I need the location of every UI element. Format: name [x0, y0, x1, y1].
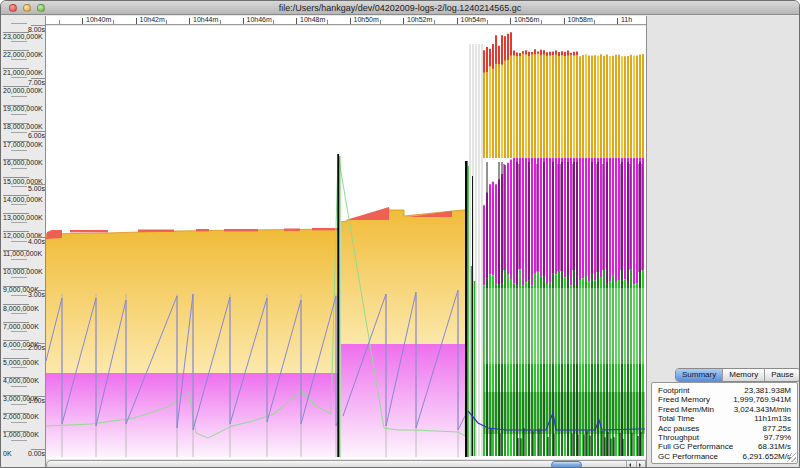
time-minor-tick — [59, 20, 60, 24]
time-axis-label: 10h58m — [568, 16, 593, 23]
stat-label: Freed Memory — [658, 395, 710, 404]
memory-axis-label: 8,000,000K — [3, 305, 39, 312]
memory-pause-axis: 1,000,000K2,000,000K3,000,000K4,000,000K… — [1, 16, 46, 467]
memory-half-tick — [11, 367, 27, 368]
memory-axis-label: 1,000,000K — [3, 431, 39, 438]
time-minor-tick — [434, 20, 435, 24]
pause-axis-label: 5.00s — [15, 185, 45, 192]
stat-value: 3,024.343M/min — [734, 405, 791, 414]
app-window: file:/Users/hankgay/dev/04202009-logs-2/… — [0, 0, 800, 468]
memory-zero-label: 0K — [3, 450, 12, 457]
zoom-button[interactable] — [37, 4, 45, 12]
stat-value: 6,291.652M/s — [743, 452, 791, 461]
memory-half-tick — [11, 204, 27, 205]
time-tick — [296, 18, 297, 24]
time-minor-tick — [113, 20, 114, 24]
stat-value: 68.31M/s — [758, 442, 791, 451]
memory-half-tick — [11, 96, 27, 97]
time-axis-label: 10h50m — [354, 16, 379, 23]
stat-label: Total Time — [658, 414, 694, 423]
stat-value: 877.25s — [763, 424, 791, 433]
time-minor-tick — [487, 20, 488, 24]
memory-half-tick — [11, 114, 27, 115]
memory-axis-label: 21,000,000K — [3, 69, 43, 76]
time-tick — [403, 18, 404, 24]
close-button[interactable] — [9, 4, 17, 12]
memory-half-tick — [11, 150, 27, 151]
memory-axis-label: 5,000,000K — [3, 359, 39, 366]
memory-axis-label: 7,000,000K — [3, 323, 39, 330]
memory-axis-label: 11,000,000K — [3, 250, 42, 257]
memory-half-tick — [11, 59, 27, 60]
memory-half-tick — [11, 404, 27, 405]
memory-half-tick — [11, 331, 27, 332]
memory-axis-label: 4,000,000K — [3, 377, 39, 384]
horizontal-scrollbar[interactable] — [46, 460, 646, 468]
scroll-right-button[interactable] — [636, 461, 645, 468]
stat-row: Acc pauses877.25s — [658, 424, 791, 433]
pause-axis-label: 0.00s — [15, 450, 45, 457]
stat-value: 1,999,769.941M — [733, 395, 791, 404]
minimize-button[interactable] — [23, 4, 31, 12]
main-area: 1,000,000K2,000,000K3,000,000K4,000,000K… — [1, 16, 799, 467]
scrollbar-thumb[interactable] — [551, 461, 582, 468]
memory-axis-label: 18,000,000K — [3, 123, 43, 130]
time-minor-tick — [166, 20, 167, 24]
memory-half-tick — [11, 168, 27, 169]
time-axis: 10h40m10h42m10h44m10h46m10h48m10h50m10h5… — [46, 16, 646, 25]
time-tick — [617, 18, 618, 24]
stat-label: Full GC Performance — [658, 442, 733, 451]
tab-summary[interactable]: Summary — [676, 369, 723, 381]
time-axis-label: 10h42m — [140, 16, 165, 23]
time-minor-tick — [380, 20, 381, 24]
stat-label: Freed Mem/Min — [658, 405, 714, 414]
tab-pause[interactable]: Pause — [765, 369, 800, 381]
time-tick — [136, 18, 137, 24]
time-axis-label: 10h48m — [300, 16, 325, 23]
memory-axis-label: 2,000,000K — [3, 413, 39, 420]
time-tick — [243, 18, 244, 24]
stats-panel: Summary Memory Pause Footprint23,381.938… — [646, 16, 800, 467]
stat-value: 11h1m13s — [754, 414, 791, 423]
pause-axis-label: 2.00s — [15, 344, 45, 351]
tab-memory[interactable]: Memory — [723, 369, 765, 381]
time-tick — [350, 18, 351, 24]
time-minor-tick — [220, 20, 221, 24]
memory-axis-label: 17,000,000K — [3, 141, 43, 148]
memory-axis-label: 20,000,000K — [3, 87, 43, 94]
scroll-left-button[interactable] — [626, 461, 635, 468]
time-axis-label: 10h56m — [514, 16, 539, 23]
memory-axis-label: 14,000,000K — [3, 196, 43, 203]
memory-half-tick — [11, 259, 27, 260]
time-axis-label: 10h44m — [193, 16, 218, 23]
memory-axis-label: 23,000,000K — [3, 33, 43, 40]
time-minor-tick — [273, 20, 274, 24]
stat-label: GC Performance — [658, 452, 718, 461]
stats-tab-bar: Summary Memory Pause — [675, 368, 800, 382]
time-minor-tick — [594, 20, 595, 24]
time-axis-label: 10h46m — [247, 16, 272, 23]
time-tick — [457, 18, 458, 24]
pause-axis-label: 3.00s — [15, 291, 45, 298]
gc-chart-svg — [46, 26, 646, 459]
time-axis-label: 10h54m — [461, 16, 486, 23]
time-minor-tick — [327, 20, 328, 24]
gc-chart[interactable] — [46, 26, 646, 459]
summary-stats-box: Footprint23,381.938MFreed Memory1,999,76… — [651, 382, 798, 464]
stat-row: Footprint23,381.938M — [658, 386, 791, 395]
time-tick — [82, 18, 83, 24]
stat-label: Acc pauses — [658, 424, 699, 433]
stat-label: Throughput — [658, 433, 699, 442]
pause-axis-label: 1.00s — [15, 397, 45, 404]
resize-grip[interactable] — [787, 453, 796, 462]
stat-row: GC Performance6,291.652M/s — [658, 452, 791, 461]
memory-half-tick — [11, 23, 27, 24]
memory-axis-label: 22,000,000K — [3, 51, 43, 58]
window-title: file:/Users/hankgay/dev/04202009-logs-2/… — [1, 1, 799, 15]
stat-row: Full GC Performance68.31M/s — [658, 442, 791, 451]
stat-value: 23,381.938M — [744, 386, 791, 395]
stat-value: 97.79% — [764, 433, 791, 442]
memory-half-tick — [11, 440, 27, 441]
pause-axis-label: 7.00s — [15, 79, 45, 86]
stat-row: Total Time11h1m13s — [658, 414, 791, 423]
